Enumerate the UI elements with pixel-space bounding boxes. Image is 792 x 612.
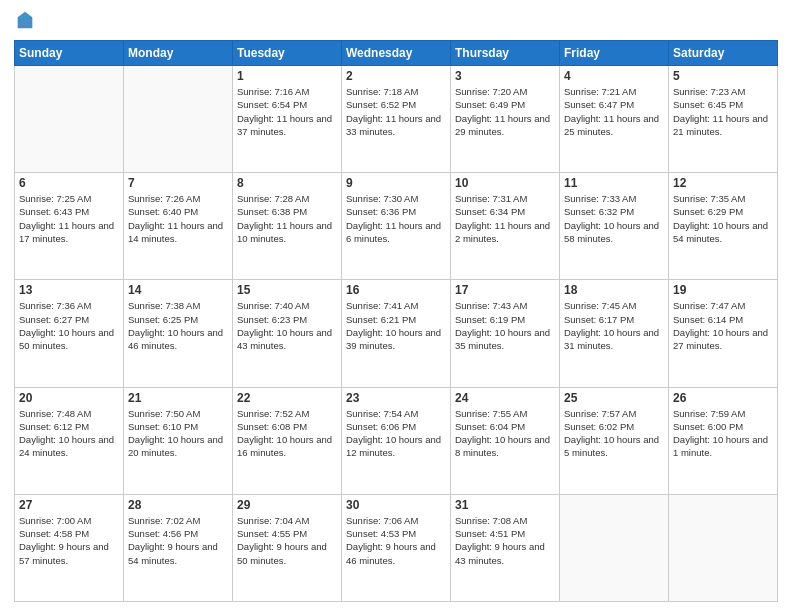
day-number: 9 [346, 176, 446, 190]
week-row-2: 6Sunrise: 7:25 AM Sunset: 6:43 PM Daylig… [15, 173, 778, 280]
day-info: Sunrise: 7:06 AM Sunset: 4:53 PM Dayligh… [346, 514, 446, 567]
day-number: 19 [673, 283, 773, 297]
calendar-cell: 7Sunrise: 7:26 AM Sunset: 6:40 PM Daylig… [124, 173, 233, 280]
calendar-cell: 11Sunrise: 7:33 AM Sunset: 6:32 PM Dayli… [560, 173, 669, 280]
day-info: Sunrise: 7:52 AM Sunset: 6:08 PM Dayligh… [237, 407, 337, 460]
main-container: SundayMondayTuesdayWednesdayThursdayFrid… [0, 0, 792, 612]
calendar-cell: 20Sunrise: 7:48 AM Sunset: 6:12 PM Dayli… [15, 387, 124, 494]
week-row-1: 1Sunrise: 7:16 AM Sunset: 6:54 PM Daylig… [15, 66, 778, 173]
day-number: 14 [128, 283, 228, 297]
calendar-cell: 25Sunrise: 7:57 AM Sunset: 6:02 PM Dayli… [560, 387, 669, 494]
day-info: Sunrise: 7:54 AM Sunset: 6:06 PM Dayligh… [346, 407, 446, 460]
calendar-cell: 22Sunrise: 7:52 AM Sunset: 6:08 PM Dayli… [233, 387, 342, 494]
day-number: 16 [346, 283, 446, 297]
day-number: 26 [673, 391, 773, 405]
day-number: 22 [237, 391, 337, 405]
day-info: Sunrise: 7:08 AM Sunset: 4:51 PM Dayligh… [455, 514, 555, 567]
day-number: 23 [346, 391, 446, 405]
day-info: Sunrise: 7:00 AM Sunset: 4:58 PM Dayligh… [19, 514, 119, 567]
weekday-header-monday: Monday [124, 41, 233, 66]
day-number: 20 [19, 391, 119, 405]
calendar-cell: 12Sunrise: 7:35 AM Sunset: 6:29 PM Dayli… [669, 173, 778, 280]
day-info: Sunrise: 7:16 AM Sunset: 6:54 PM Dayligh… [237, 85, 337, 138]
logo [14, 10, 40, 32]
day-number: 7 [128, 176, 228, 190]
day-info: Sunrise: 7:35 AM Sunset: 6:29 PM Dayligh… [673, 192, 773, 245]
day-number: 2 [346, 69, 446, 83]
day-number: 31 [455, 498, 555, 512]
calendar-table: SundayMondayTuesdayWednesdayThursdayFrid… [14, 40, 778, 602]
day-info: Sunrise: 7:36 AM Sunset: 6:27 PM Dayligh… [19, 299, 119, 352]
calendar-cell: 15Sunrise: 7:40 AM Sunset: 6:23 PM Dayli… [233, 280, 342, 387]
day-info: Sunrise: 7:41 AM Sunset: 6:21 PM Dayligh… [346, 299, 446, 352]
day-info: Sunrise: 7:18 AM Sunset: 6:52 PM Dayligh… [346, 85, 446, 138]
day-number: 28 [128, 498, 228, 512]
header [14, 10, 778, 32]
calendar-cell [15, 66, 124, 173]
weekday-header-saturday: Saturday [669, 41, 778, 66]
day-number: 27 [19, 498, 119, 512]
weekday-header-row: SundayMondayTuesdayWednesdayThursdayFrid… [15, 41, 778, 66]
day-number: 10 [455, 176, 555, 190]
day-info: Sunrise: 7:55 AM Sunset: 6:04 PM Dayligh… [455, 407, 555, 460]
day-info: Sunrise: 7:20 AM Sunset: 6:49 PM Dayligh… [455, 85, 555, 138]
day-number: 11 [564, 176, 664, 190]
calendar-cell: 31Sunrise: 7:08 AM Sunset: 4:51 PM Dayli… [451, 494, 560, 601]
calendar-cell: 9Sunrise: 7:30 AM Sunset: 6:36 PM Daylig… [342, 173, 451, 280]
calendar-cell: 2Sunrise: 7:18 AM Sunset: 6:52 PM Daylig… [342, 66, 451, 173]
calendar-cell: 28Sunrise: 7:02 AM Sunset: 4:56 PM Dayli… [124, 494, 233, 601]
calendar-cell: 14Sunrise: 7:38 AM Sunset: 6:25 PM Dayli… [124, 280, 233, 387]
calendar-cell: 18Sunrise: 7:45 AM Sunset: 6:17 PM Dayli… [560, 280, 669, 387]
day-number: 25 [564, 391, 664, 405]
calendar-cell: 10Sunrise: 7:31 AM Sunset: 6:34 PM Dayli… [451, 173, 560, 280]
calendar-cell [560, 494, 669, 601]
day-info: Sunrise: 7:57 AM Sunset: 6:02 PM Dayligh… [564, 407, 664, 460]
day-info: Sunrise: 7:04 AM Sunset: 4:55 PM Dayligh… [237, 514, 337, 567]
calendar-cell: 23Sunrise: 7:54 AM Sunset: 6:06 PM Dayli… [342, 387, 451, 494]
calendar-cell: 19Sunrise: 7:47 AM Sunset: 6:14 PM Dayli… [669, 280, 778, 387]
calendar-cell: 16Sunrise: 7:41 AM Sunset: 6:21 PM Dayli… [342, 280, 451, 387]
calendar-cell: 1Sunrise: 7:16 AM Sunset: 6:54 PM Daylig… [233, 66, 342, 173]
day-number: 12 [673, 176, 773, 190]
day-number: 4 [564, 69, 664, 83]
day-info: Sunrise: 7:59 AM Sunset: 6:00 PM Dayligh… [673, 407, 773, 460]
day-number: 6 [19, 176, 119, 190]
day-info: Sunrise: 7:47 AM Sunset: 6:14 PM Dayligh… [673, 299, 773, 352]
day-number: 15 [237, 283, 337, 297]
calendar-cell: 17Sunrise: 7:43 AM Sunset: 6:19 PM Dayli… [451, 280, 560, 387]
calendar-cell: 26Sunrise: 7:59 AM Sunset: 6:00 PM Dayli… [669, 387, 778, 494]
day-info: Sunrise: 7:02 AM Sunset: 4:56 PM Dayligh… [128, 514, 228, 567]
day-number: 30 [346, 498, 446, 512]
weekday-header-thursday: Thursday [451, 41, 560, 66]
week-row-4: 20Sunrise: 7:48 AM Sunset: 6:12 PM Dayli… [15, 387, 778, 494]
day-number: 8 [237, 176, 337, 190]
day-info: Sunrise: 7:28 AM Sunset: 6:38 PM Dayligh… [237, 192, 337, 245]
day-number: 21 [128, 391, 228, 405]
weekday-header-wednesday: Wednesday [342, 41, 451, 66]
day-info: Sunrise: 7:25 AM Sunset: 6:43 PM Dayligh… [19, 192, 119, 245]
day-info: Sunrise: 7:23 AM Sunset: 6:45 PM Dayligh… [673, 85, 773, 138]
day-number: 29 [237, 498, 337, 512]
day-info: Sunrise: 7:31 AM Sunset: 6:34 PM Dayligh… [455, 192, 555, 245]
day-number: 24 [455, 391, 555, 405]
day-info: Sunrise: 7:38 AM Sunset: 6:25 PM Dayligh… [128, 299, 228, 352]
calendar-cell: 4Sunrise: 7:21 AM Sunset: 6:47 PM Daylig… [560, 66, 669, 173]
day-info: Sunrise: 7:30 AM Sunset: 6:36 PM Dayligh… [346, 192, 446, 245]
day-info: Sunrise: 7:21 AM Sunset: 6:47 PM Dayligh… [564, 85, 664, 138]
calendar-cell: 6Sunrise: 7:25 AM Sunset: 6:43 PM Daylig… [15, 173, 124, 280]
day-info: Sunrise: 7:48 AM Sunset: 6:12 PM Dayligh… [19, 407, 119, 460]
calendar-cell: 3Sunrise: 7:20 AM Sunset: 6:49 PM Daylig… [451, 66, 560, 173]
calendar-cell: 21Sunrise: 7:50 AM Sunset: 6:10 PM Dayli… [124, 387, 233, 494]
calendar-cell: 24Sunrise: 7:55 AM Sunset: 6:04 PM Dayli… [451, 387, 560, 494]
calendar-cell [669, 494, 778, 601]
day-number: 1 [237, 69, 337, 83]
weekday-header-friday: Friday [560, 41, 669, 66]
day-info: Sunrise: 7:45 AM Sunset: 6:17 PM Dayligh… [564, 299, 664, 352]
day-info: Sunrise: 7:50 AM Sunset: 6:10 PM Dayligh… [128, 407, 228, 460]
day-info: Sunrise: 7:43 AM Sunset: 6:19 PM Dayligh… [455, 299, 555, 352]
day-info: Sunrise: 7:40 AM Sunset: 6:23 PM Dayligh… [237, 299, 337, 352]
day-number: 3 [455, 69, 555, 83]
calendar-cell: 30Sunrise: 7:06 AM Sunset: 4:53 PM Dayli… [342, 494, 451, 601]
weekday-header-tuesday: Tuesday [233, 41, 342, 66]
weekday-header-sunday: Sunday [15, 41, 124, 66]
